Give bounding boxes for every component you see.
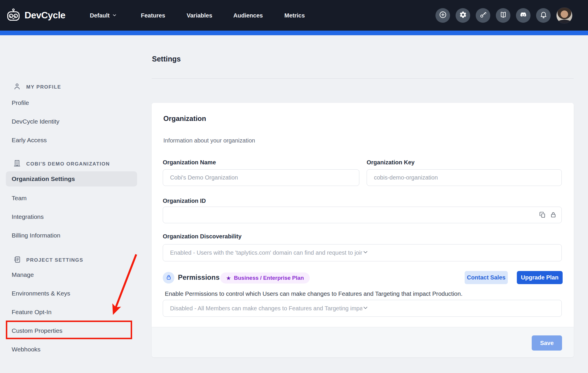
org-name-input[interactable] <box>163 169 359 186</box>
sidebar-item-profile[interactable]: Profile <box>12 99 29 106</box>
org-id-field-icons <box>539 211 557 219</box>
api-keys-button[interactable] <box>476 8 490 23</box>
sidebar-item-integrations[interactable]: Integrations <box>12 213 44 220</box>
accent-bar <box>0 31 588 35</box>
sidebar-item-organization-settings[interactable]: Organization Settings <box>6 171 137 186</box>
discord-icon <box>519 11 527 20</box>
sidebar-item-team[interactable]: Team <box>12 195 27 202</box>
user-icon <box>13 82 21 92</box>
chevron-down-icon <box>362 305 554 312</box>
chevron-down-icon <box>362 249 554 257</box>
project-selector[interactable]: Default <box>90 12 117 19</box>
sidebar-item-billing-information[interactable]: Billing Information <box>12 232 60 239</box>
sidebar-item-manage[interactable]: Manage <box>12 271 34 278</box>
nav-link-metrics[interactable]: Metrics <box>284 12 305 19</box>
nav-link-variables[interactable]: Variables <box>187 12 212 19</box>
star-icon: ★ <box>226 275 231 281</box>
sidebar-item-early-access[interactable]: Early Access <box>12 137 47 144</box>
org-key-input[interactable] <box>367 169 562 186</box>
devcycle-robot-icon <box>6 8 20 23</box>
contact-sales-button[interactable]: Contact Sales <box>465 271 508 284</box>
book-icon <box>499 11 507 20</box>
sidebar-item-devcycle-identity[interactable]: DevCycle Identity <box>12 118 59 125</box>
notifications-button[interactable] <box>536 8 551 23</box>
settings-sidebar: MY PROFILE Profile DevCycle Identity Ear… <box>0 35 147 373</box>
chevron-down-icon <box>112 12 117 19</box>
save-button[interactable]: Save <box>532 335 562 351</box>
organization-card-title: Organization <box>163 115 206 123</box>
upgrade-plan-button[interactable]: Upgrade Plan <box>517 271 563 284</box>
sidebar-section-label: PROJECT SETTINGS <box>26 257 83 263</box>
sidebar-section-my-profile: MY PROFILE <box>13 82 61 92</box>
card-footer <box>152 327 574 357</box>
create-new-button[interactable] <box>435 8 450 23</box>
plan-badge-label: Business / Enterprise Plan <box>234 275 304 281</box>
permissions-select[interactable]: Disabled - All Members can make changes … <box>163 300 562 317</box>
docs-button[interactable] <box>496 8 510 23</box>
lock-icon <box>166 274 172 281</box>
building-icon <box>13 159 21 168</box>
sidebar-item-custom-properties[interactable]: Custom Properties <box>12 327 62 334</box>
user-avatar[interactable] <box>556 7 573 24</box>
nav-link-features[interactable]: Features <box>141 12 165 19</box>
organization-card: Organization Information about your orga… <box>152 103 574 357</box>
plan-badge[interactable]: ★ Business / Enterprise Plan <box>220 272 310 284</box>
org-key-label: Organization Key <box>367 159 414 166</box>
nav-link-audiences[interactable]: Audiences <box>233 12 263 19</box>
sidebar-item-webhooks[interactable]: Webhooks <box>12 346 41 353</box>
sidebar-section-label: COBI'S DEMO ORGANIZATION <box>26 161 110 167</box>
organization-card-subtitle: Information about your organization <box>163 137 255 144</box>
permissions-lock-badge <box>163 272 174 284</box>
sidebar-item-feature-opt-in[interactable]: Feature Opt-In <box>12 309 52 316</box>
permissions-title: Permissions <box>178 273 220 281</box>
lock-icon[interactable] <box>550 211 557 219</box>
sidebar-section-project-settings: PROJECT SETTINGS <box>13 256 83 265</box>
plus-circle-icon <box>439 11 447 20</box>
sidebar-section-label: MY PROFILE <box>26 84 61 90</box>
bell-icon <box>540 11 547 20</box>
org-id-input[interactable] <box>163 207 562 223</box>
discoverability-label: Organization Discoverability <box>163 233 242 240</box>
permissions-description: Enable Permissions to control which User… <box>165 290 463 297</box>
top-nav: DevCycle Default Features Variables Audi… <box>0 0 588 31</box>
devcycle-logo[interactable]: DevCycle <box>6 8 65 23</box>
settings-button[interactable] <box>456 8 470 23</box>
title-divider <box>152 78 574 79</box>
discord-button[interactable] <box>516 8 531 23</box>
sidebar-section-organization: COBI'S DEMO ORGANIZATION <box>13 159 110 168</box>
key-icon <box>479 11 487 20</box>
page-title: Settings <box>152 55 181 63</box>
brand-name: DevCycle <box>24 10 65 21</box>
discoverability-select[interactable]: Enabled - Users with the 'taplytics.com'… <box>163 244 562 261</box>
gear-icon <box>459 11 467 20</box>
notebook-icon <box>13 256 21 265</box>
sidebar-item-environments-keys[interactable]: Environments & Keys <box>12 290 70 297</box>
copy-icon[interactable] <box>539 211 546 219</box>
org-name-label: Organization Name <box>163 159 216 166</box>
org-id-label: Organization ID <box>163 198 206 204</box>
nav-icon-group <box>435 7 573 24</box>
